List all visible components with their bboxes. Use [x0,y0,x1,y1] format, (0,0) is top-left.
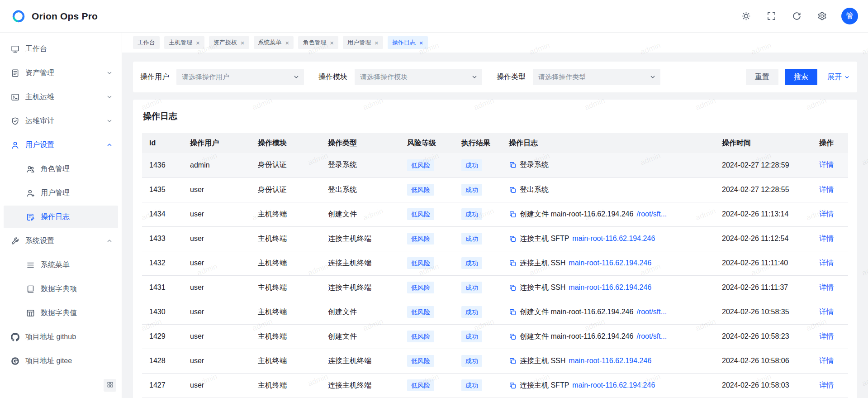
log-target-link[interactable]: main-root-116.62.194.246 [569,357,651,365]
sidebar-item-label: 项目地址 github [25,332,76,342]
copy-icon[interactable] [509,284,517,292]
sidebar-item-dict-item[interactable]: 数据字典项 [4,278,118,300]
sidebar-item-label: 用户设置 [25,140,54,150]
tab-1[interactable]: 主机管理× [164,36,204,49]
dict-value-icon [26,309,35,317]
theme-button[interactable] [738,9,754,24]
reset-button[interactable]: 重置 [746,69,778,85]
filter-select-1[interactable]: 请选择操作模块 [355,69,482,85]
cell-id: 1435 [142,177,183,202]
column-header: 操作 [812,133,848,153]
copy-icon[interactable] [509,308,517,316]
cell-type: 登出系统 [321,177,400,202]
copy-icon[interactable] [509,235,517,243]
cell-type: 连接主机终端 [321,226,400,251]
log-target-link[interactable]: /root/sft... [636,308,667,316]
detail-link[interactable]: 详情 [819,161,834,168]
detail-link[interactable]: 详情 [819,332,834,340]
cell-id: 1432 [142,251,183,275]
sidebar-item-system-menu[interactable]: 系统菜单 [4,254,118,276]
sidebar-item-label: 数据字典项 [41,284,77,294]
avatar-text: 管 [846,11,854,21]
sidebar-item-dict-value[interactable]: 数据字典值 [4,302,118,324]
copy-icon[interactable] [509,259,517,267]
sidebar-item-user-settings[interactable]: 用户设置 [4,134,118,156]
tab-close-icon[interactable]: × [241,39,245,46]
sidebar-item-label: 系统设置 [25,236,54,246]
search-button[interactable]: 搜索 [785,69,817,85]
tab-label: 用户管理 [347,38,371,47]
column-header: 操作日志 [502,133,715,153]
tab-close-icon[interactable]: × [375,39,379,46]
sidebar-item-workbench[interactable]: 工作台 [4,38,118,60]
avatar[interactable]: 管 [841,8,858,24]
table-header-row: id操作用户操作模块操作类型风险等级执行结果操作日志操作时间操作 [142,133,848,153]
sidebar-item-system-settings[interactable]: 系统设置 [4,230,118,252]
cell-module: 身份认证 [251,177,321,202]
tab-3[interactable]: 系统菜单× [254,36,294,49]
filter-select-2[interactable]: 请选择操作类型 [533,69,660,85]
sidebar-item-host[interactable]: 主机运维 [4,86,118,108]
log-target-link[interactable]: main-root-116.62.194.246 [572,235,655,243]
cell-module: 主机终端 [251,324,321,349]
expand-toggle[interactable]: 展开 [827,72,850,82]
log-target-link[interactable]: main-root-116.62.194.246 [569,259,651,267]
sidebar-item-audit[interactable]: 运维审计 [4,110,118,132]
copy-icon[interactable] [509,186,517,194]
table-row: 1433user主机终端连接主机终端低风险成功连接主机 SFTPmain-roo… [142,226,848,251]
tab-5[interactable]: 用户管理× [343,36,383,49]
sidebar-collapse-button[interactable] [104,379,116,392]
detail-link[interactable]: 详情 [819,283,834,291]
tab-2[interactable]: 资产授权× [209,36,249,49]
tab-6[interactable]: 操作日志× [388,36,428,49]
select-placeholder: 请选择操作类型 [538,73,650,82]
detail-link[interactable]: 详情 [819,308,834,316]
risk-badge: 低风险 [407,282,434,293]
copy-icon[interactable] [509,211,517,218]
copy-icon[interactable] [509,161,517,169]
log-target-link[interactable]: main-root-116.62.194.246 [569,283,651,292]
cell-time: 2024-02-26 11:11:40 [715,251,812,275]
log-target-link[interactable]: /root/sft... [636,210,667,218]
detail-link[interactable]: 详情 [819,186,834,193]
chevron-down-icon [106,70,113,76]
tab-close-icon[interactable]: × [330,39,334,46]
fullscreen-button[interactable] [764,9,779,24]
sidebar-item-op-log[interactable]: 操作日志 [4,206,118,228]
settings-button[interactable] [814,9,830,24]
result-badge: 成功 [461,184,482,196]
tab-label: 操作日志 [392,38,416,47]
sidebar-item-gitee[interactable]: 项目地址 gitee [4,350,118,372]
main: 工作台主机管理×资产授权×系统菜单×角色管理×用户管理×操作日志× 操作用户请选… [122,33,868,398]
detail-link[interactable]: 详情 [819,210,834,218]
sidebar-item-role[interactable]: 角色管理 [4,158,118,180]
risk-badge: 低风险 [407,355,434,367]
tab-close-icon[interactable]: × [419,39,423,46]
logo: Orion Ops Pro [11,9,98,24]
risk-badge: 低风险 [407,159,434,171]
system-settings-icon [11,237,19,245]
sidebar-item-user-manage[interactable]: 用户管理 [4,182,118,204]
filter-select-0[interactable]: 请选择操作用户 [176,69,304,85]
refresh-button[interactable] [789,9,804,24]
tab-close-icon[interactable]: × [196,39,200,46]
sidebar-item-github[interactable]: 项目地址 github [4,326,118,348]
log-target-link[interactable]: /root/sft... [636,332,667,340]
copy-icon[interactable] [509,357,517,365]
sidebar-item-asset[interactable]: 资产管理 [4,62,118,84]
tab-4[interactable]: 角色管理× [298,36,338,49]
cell-id: 1428 [142,349,183,373]
log-target-link[interactable]: main-root-116.62.194.246 [572,381,655,389]
filter-field: 操作模块请选择操作模块 [318,69,482,85]
tab-close-icon[interactable]: × [285,39,289,46]
log-text: 连接主机 SSH [520,283,565,293]
copy-icon[interactable] [509,382,517,389]
copy-icon[interactable] [509,333,517,340]
detail-link[interactable]: 详情 [819,357,834,364]
detail-link[interactable]: 详情 [819,381,834,389]
detail-link[interactable]: 详情 [819,259,834,267]
tab-0[interactable]: 工作台 [133,36,160,49]
sidebar-item-label: 系统菜单 [41,260,70,270]
detail-link[interactable]: 详情 [819,235,834,242]
sidebar-item-label: 资产管理 [25,68,54,78]
